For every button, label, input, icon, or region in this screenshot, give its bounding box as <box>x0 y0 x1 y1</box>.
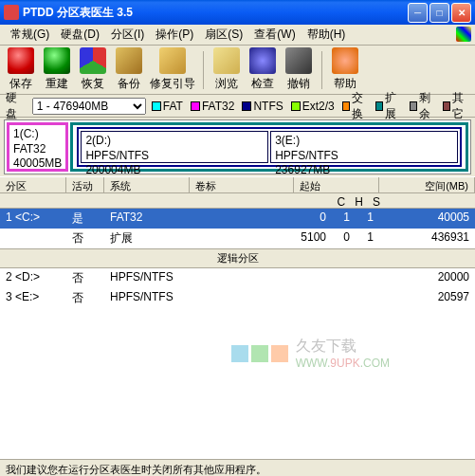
backup-button[interactable]: 备份 <box>114 47 144 92</box>
toolbar-separator <box>321 51 322 89</box>
browse-icon <box>213 47 240 74</box>
undo-icon <box>285 47 312 74</box>
app-icon <box>4 5 19 20</box>
save-icon <box>8 47 34 74</box>
toolbar-separator <box>203 51 204 89</box>
table-row[interactable]: 否 扩展 5100 0 1 436931 <box>0 229 475 248</box>
main-area: 久友下载 WWW.9UPK.COM <box>0 308 475 476</box>
disk-select[interactable]: 1 - 476940MB <box>32 98 146 115</box>
disk-label: 硬盘 <box>6 90 27 122</box>
partition-e[interactable]: 3(E:)HPFS/NTFS236927MB <box>270 131 458 163</box>
fixboot-button[interactable]: 修复引导 <box>150 47 195 92</box>
maximize-button[interactable]: □ <box>429 3 449 23</box>
disk-selector-bar: 硬盘 1 - 476940MB FAT FAT32 NTFS Ext2/3 交换… <box>0 95 475 118</box>
titlebar: PTDD 分区表医生 3.5 ─ □ ✕ <box>0 0 475 25</box>
menu-operation[interactable]: 操作(P) <box>151 25 198 45</box>
partition-c[interactable]: 1(C:)FAT3240005MB <box>7 122 68 172</box>
fixboot-icon <box>159 47 186 74</box>
windows-logo-icon <box>456 27 471 42</box>
undo-button[interactable]: 撤销 <box>283 47 314 92</box>
logical-rows: 2 <D:> 否 HPFS/NTFS 20000 3 <E:> 否 HPFS/N… <box>0 268 475 308</box>
menu-view[interactable]: 查看(W) <box>249 25 300 45</box>
menu-sector[interactable]: 扇区(S) <box>200 25 247 45</box>
menu-partition[interactable]: 分区(I) <box>106 25 149 45</box>
primary-rows: 1 <C:> 是 FAT32 0 1 1 40005 否 扩展 5100 0 1… <box>0 209 475 248</box>
restore-icon <box>80 47 106 74</box>
menu-general[interactable]: 常规(G) <box>6 25 54 45</box>
toolbar: 保存 重建 恢复 备份 修复引导 浏览 检查 撤销 帮助 <box>0 46 475 95</box>
partition-d[interactable]: 2(D:)HPFS/NTFS200004MB <box>81 131 268 163</box>
close-button[interactable]: ✕ <box>451 3 471 23</box>
menubar: 常规(G) 硬盘(D) 分区(I) 操作(P) 扇区(S) 查看(W) 帮助(H… <box>0 25 475 46</box>
menu-disk[interactable]: 硬盘(D) <box>56 25 104 45</box>
check-icon <box>249 47 276 74</box>
table-row[interactable]: 3 <E:> 否 HPFS/NTFS 20597 <box>0 288 475 308</box>
watermark: 久友下载 WWW.9UPK.COM <box>231 337 390 370</box>
menu-help[interactable]: 帮助(H) <box>302 25 351 45</box>
legend: FAT FAT32 NTFS Ext2/3 交换 扩展 剩余 其它 <box>152 90 469 122</box>
extended-partition[interactable]: 2(D:)HPFS/NTFS200004MB 3(E:)HPFS/NTFS236… <box>70 122 468 172</box>
backup-icon <box>116 47 142 74</box>
table-row[interactable]: 1 <C:> 是 FAT32 0 1 1 40005 <box>0 209 475 229</box>
help-icon <box>332 47 358 74</box>
rebuild-button[interactable]: 重建 <box>42 47 72 92</box>
table-header: 分区 活动 系统 卷标 起始 空间(MB) <box>0 176 475 193</box>
check-button[interactable]: 检查 <box>247 47 278 92</box>
help-button[interactable]: 帮助 <box>330 47 360 92</box>
table-subheader: C H S <box>0 193 475 209</box>
table-row[interactable]: 2 <D:> 否 HPFS/NTFS 20000 <box>0 268 475 288</box>
minimize-button[interactable]: ─ <box>408 3 428 23</box>
rebuild-icon <box>44 47 70 74</box>
disk-map: 1(C:)FAT3240005MB 2(D:)HPFS/NTFS200004MB… <box>4 119 471 174</box>
restore-button[interactable]: 恢复 <box>78 47 108 92</box>
status-bar: 我们建议您在运行分区表医生时关闭所有其他应用程序。 <box>0 459 475 476</box>
logical-title: 逻辑分区 <box>0 248 475 268</box>
save-button[interactable]: 保存 <box>6 47 36 92</box>
window-title: PTDD 分区表医生 3.5 <box>23 5 408 21</box>
browse-button[interactable]: 浏览 <box>211 47 242 92</box>
